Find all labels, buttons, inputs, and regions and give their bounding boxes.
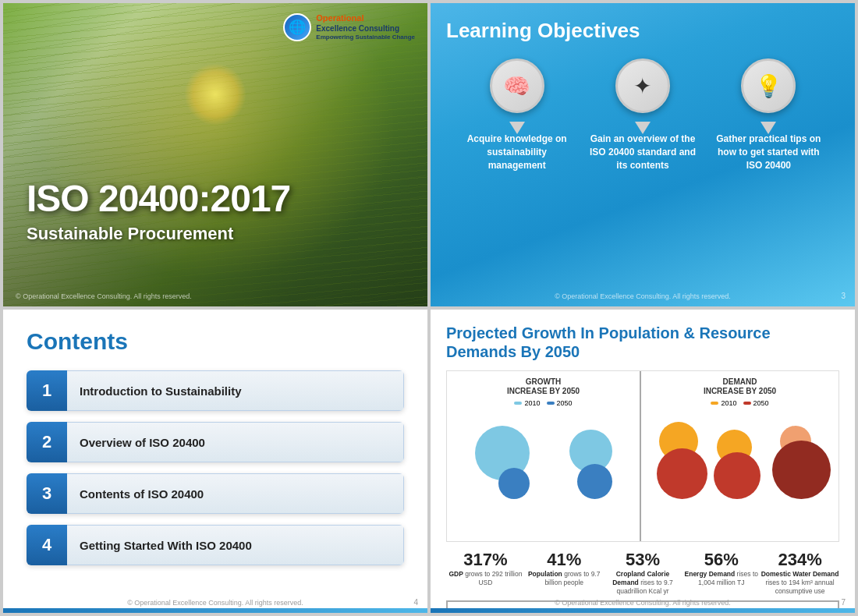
legend-label-2010: 2010 [524,399,540,407]
logo-globe-icon: 🌐 [283,13,311,41]
objective-text-3: Gather practical tips on how to get star… [714,133,823,172]
cover-overlay [3,3,427,306]
objectives-grid: 🧠 Acquire knowledge on sustainability ma… [446,58,839,172]
slide-objectives: Learning Objectives 🧠 Acquire knowledge … [431,3,855,306]
sun-decoration [184,63,246,126]
contents-page: 4 [413,598,418,607]
growth-title: Projected Growth In Population & Resourc… [446,324,839,361]
growth-legend: 2010 2050 [455,399,632,407]
stat-energy: 56% Energy Demand rises to 1,004 million… [682,550,760,596]
stat-water: 234% Domestic Water Demand rises to 194 … [761,550,839,596]
stat-label-cropland: Cropland Calorie Demand rises to 9.7 qua… [604,570,682,596]
demand-header: DEMANDINCREASE BY 2050 [649,377,831,396]
stat-label-water: Domestic Water Demand rises to 194 km³ a… [761,570,839,596]
objective-pin-3: 💡 [741,58,796,125]
objectives-page: 3 [841,292,846,300]
content-label-4: Getting Started With ISO 20400 [67,525,404,565]
content-label-2: Overview of ISO 20400 [67,422,404,462]
pop-bubble-2050 [577,464,612,499]
water-2050-bubble [772,441,831,499]
pin-circle-2: ✦ [615,58,670,113]
content-item-3: 3 Contents of ISO 20400 [27,473,404,514]
growth-footer: © Operational Excellence Consulting. All… [431,599,855,607]
legend-dot-2050-d [743,402,751,405]
logo-line2: Excellence Consulting [316,23,415,34]
demand-section: DEMANDINCREASE BY 2050 2010 2050 [641,371,838,541]
energy-bubble-item [707,430,760,499]
pin-point-3 [760,122,776,134]
legend-label-2010-d: 2010 [721,399,736,407]
content-number-3: 3 [27,473,67,514]
objective-text-2: Gain an overview of the ISO 20400 standa… [588,133,697,172]
stat-label-energy: Energy Demand rises to 1,004 million TJ [682,570,760,587]
pop-bubble-item [569,430,612,499]
stat-gdp: 317% GDP grows to 292 trillion USD [446,550,524,596]
legend-label-2050: 2050 [557,399,573,407]
growth-bubble-row [455,413,632,499]
objective-item-3: 💡 Gather practical tips on how to get st… [714,58,823,172]
stat-percent-pop: 41% [525,550,603,570]
slide-cover: 🌐 Operational Excellence Consulting Empo… [3,3,427,306]
content-label-1: Introduction to Sustainability [67,370,404,411]
content-item-2: 2 Overview of ISO 20400 [27,422,404,462]
water-bubble-item [760,426,831,499]
logo-text: Operational Excellence Consulting Empowe… [316,12,415,42]
stat-cropland: 53% Cropland Calorie Demand rises to 9.7… [604,550,682,596]
content-number-4: 4 [27,525,67,565]
content-label-3: Contents of ISO 20400 [67,473,404,514]
contents-footer: © Operational Excellence Consulting. All… [3,599,427,607]
content-item-1: 1 Introduction to Sustainability [27,370,404,411]
logo-line1: Operational [316,12,415,23]
content-number-2: 2 [27,422,67,462]
stats-row: 317% GDP grows to 292 trillion USD 41% P… [446,550,839,596]
contents-title: Contents [27,328,404,355]
footer-bar-growth [431,608,855,613]
slide-growth: Projected Growth In Population & Resourc… [431,310,855,613]
cropland-bubble-item [649,422,707,499]
legend-dot-2010 [514,402,522,405]
content-number-1: 1 [27,370,67,411]
cover-subtitle: Sustainable Procurement [27,224,404,244]
pin-circle-1: 🧠 [490,58,544,113]
growth-header: GROWTHINCREASE BY 2050 [455,377,632,396]
growth-section: GROWTHINCREASE BY 2050 2010 2050 [447,371,641,541]
gdp-bubble-item [475,426,530,499]
cover-content: ISO 20400:2017 Sustainable Procurement [27,180,404,244]
demand-bubble-row [649,413,831,499]
gdp-bubble-2050 [498,468,530,499]
legend-2010-demand: 2010 [711,399,736,407]
demand-legend: 2010 2050 [649,399,831,407]
stat-label-pop: Population grows to 9.7 billion people [525,570,603,587]
cover-title: ISO 20400:2017 [27,180,404,218]
stat-pop: 41% Population grows to 9.7 billion peop… [525,550,603,596]
objective-item-1: 🧠 Acquire knowledge on sustainability ma… [463,58,572,172]
growth-page: 7 [841,598,846,607]
legend-2050-growth: 2050 [547,399,573,407]
pin-point-1 [509,122,525,134]
objective-item-2: ✦ Gain an overview of the ISO 20400 stan… [588,58,697,172]
legend-dot-2050 [547,402,555,405]
objectives-footer: © Operational Excellence Consulting. All… [431,292,855,300]
slide-contents: Contents 1 Introduction to Sustainabilit… [3,310,427,613]
legend-2010-growth: 2010 [514,399,540,407]
cropland-2050-bubble [657,448,707,499]
lightbulb-icon: 💡 [755,73,782,99]
network-icon: ✦ [633,73,651,99]
footer-bar [3,608,427,613]
growth-chart-area: GROWTHINCREASE BY 2050 2010 2050 [446,370,839,542]
cover-logo: 🌐 Operational Excellence Consulting Empo… [283,12,415,42]
contents-list: 1 Introduction to Sustainability 2 Overv… [27,370,404,565]
objective-pin-2: ✦ [615,58,670,125]
cover-footer: © Operational Excellence Consulting. All… [16,292,192,300]
objective-text-1: Acquire knowledge on sustainability mana… [463,133,572,172]
stat-percent-cropland: 53% [604,550,682,570]
logo-line3: Empowering Sustainable Change [316,34,415,41]
pin-point-2 [635,122,651,134]
legend-2050-demand: 2050 [743,399,769,407]
stat-percent-gdp: 317% [446,550,524,570]
objective-pin-1: 🧠 [490,58,544,125]
energy-2050-bubble [714,452,760,499]
pin-circle-3: 💡 [741,58,796,113]
legend-dot-2010-d [711,402,718,405]
legend-label-2050-d: 2050 [753,399,769,407]
